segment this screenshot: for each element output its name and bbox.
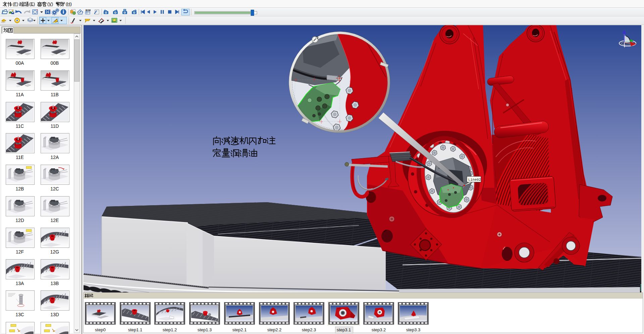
svg-text:BOM: BOM bbox=[86, 9, 91, 11]
svg-text:Line02: Line02 bbox=[468, 178, 481, 182]
